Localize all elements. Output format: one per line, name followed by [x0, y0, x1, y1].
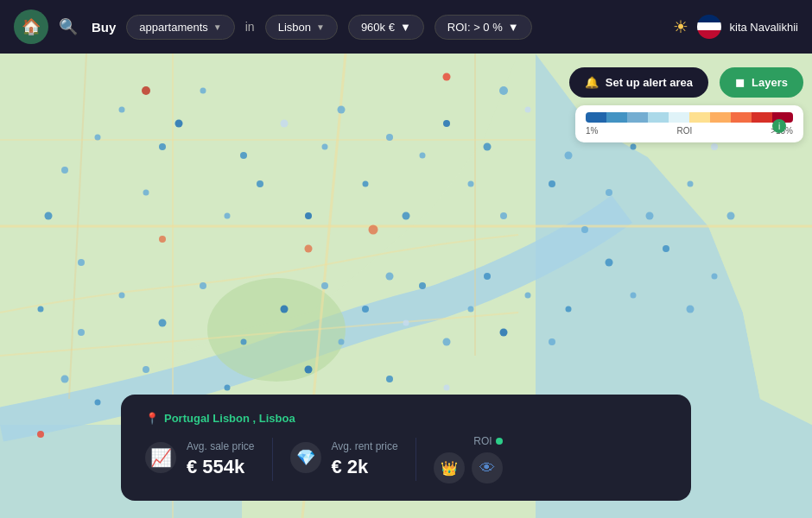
- property-dot[interactable]: [61, 375, 69, 382]
- property-dot[interactable]: [419, 282, 426, 289]
- property-dot[interactable]: [257, 180, 263, 187]
- logo: 🏠: [14, 9, 48, 44]
- layers-icon: ◼: [735, 76, 745, 89]
- legend-mid-label: ROI: [676, 126, 692, 136]
- legend-low-label: 1%: [586, 126, 598, 136]
- eye-icon-button[interactable]: 👁: [472, 452, 503, 483]
- property-dot[interactable]: [646, 212, 654, 220]
- property-dot[interactable]: [362, 306, 369, 313]
- chevron-down-icon: ▼: [400, 21, 411, 34]
- property-dot[interactable]: [337, 105, 345, 113]
- property-dot[interactable]: [549, 338, 555, 345]
- property-dot[interactable]: [45, 212, 53, 220]
- property-dot[interactable]: [142, 86, 150, 95]
- property-dot[interactable]: [281, 119, 289, 127]
- property-dot[interactable]: [369, 225, 378, 235]
- property-dot[interactable]: [499, 86, 508, 95]
- alert-area-button[interactable]: 🔔 Set up alert area: [569, 67, 708, 98]
- property-dot[interactable]: [484, 273, 491, 280]
- property-dot[interactable]: [711, 143, 718, 150]
- in-label: in: [245, 20, 255, 34]
- property-dot[interactable]: [94, 399, 100, 405]
- property-dot[interactable]: [631, 143, 637, 149]
- property-dot[interactable]: [386, 134, 393, 141]
- location-dropdown[interactable]: Lisbon ▼: [265, 15, 338, 40]
- property-dot[interactable]: [565, 152, 573, 160]
- property-dot[interactable]: [61, 167, 68, 174]
- property-dot[interactable]: [443, 338, 451, 345]
- property-dot[interactable]: [688, 180, 694, 186]
- divider: [272, 438, 273, 481]
- property-type-dropdown[interactable]: appartaments ▼: [126, 15, 234, 40]
- property-dot[interactable]: [225, 213, 231, 219]
- property-dot[interactable]: [712, 274, 718, 280]
- property-dot[interactable]: [444, 385, 450, 391]
- property-dot[interactable]: [581, 226, 588, 233]
- property-dot[interactable]: [443, 120, 450, 127]
- property-dot[interactable]: [305, 365, 313, 373]
- property-dot[interactable]: [468, 306, 474, 312]
- property-dot[interactable]: [549, 180, 555, 187]
- property-dot[interactable]: [38, 306, 44, 312]
- property-dot[interactable]: [174, 119, 182, 127]
- user-name[interactable]: kita Navalikhii: [730, 21, 798, 34]
- property-dot[interactable]: [159, 319, 167, 327]
- info-icon[interactable]: i: [772, 119, 786, 133]
- property-dot[interactable]: [566, 306, 572, 312]
- property-dot[interactable]: [727, 212, 735, 220]
- property-dot[interactable]: [159, 143, 166, 150]
- property-dot[interactable]: [468, 180, 474, 186]
- property-dot[interactable]: [200, 282, 206, 289]
- roi-dropdown[interactable]: ROI: > 0 % ▼: [435, 15, 532, 40]
- chevron-down-icon: ▼: [213, 22, 222, 32]
- property-dot[interactable]: [403, 212, 410, 220]
- alert-btn-label: Set up alert area: [606, 76, 693, 89]
- property-dot[interactable]: [200, 88, 206, 94]
- property-dot[interactable]: [419, 153, 425, 159]
- property-dot[interactable]: [386, 376, 393, 382]
- price-dropdown[interactable]: 960k € ▼: [348, 15, 424, 40]
- property-dot[interactable]: [484, 142, 492, 150]
- property-dot[interactable]: [78, 259, 85, 266]
- property-dot[interactable]: [443, 73, 451, 80]
- property-dot[interactable]: [94, 134, 100, 140]
- property-dot[interactable]: [240, 152, 247, 159]
- property-dot[interactable]: [322, 143, 328, 149]
- property-dot[interactable]: [305, 244, 313, 252]
- property-dot[interactable]: [663, 245, 669, 252]
- property-dot[interactable]: [338, 338, 344, 344]
- property-dot[interactable]: [500, 212, 507, 219]
- roi-legend: i 1% ROI >15%: [575, 105, 803, 142]
- property-dot[interactable]: [159, 236, 166, 243]
- property-dot[interactable]: [37, 431, 44, 438]
- layers-button[interactable]: ◼ Layers: [720, 67, 803, 98]
- sun-icon[interactable]: ☀: [673, 16, 688, 37]
- property-dot[interactable]: [143, 190, 149, 196]
- property-dot[interactable]: [363, 180, 369, 186]
- search-icon[interactable]: 🔍: [59, 17, 78, 36]
- property-dot[interactable]: [281, 305, 289, 313]
- language-flag[interactable]: [697, 15, 721, 39]
- property-dot[interactable]: [321, 282, 328, 289]
- property-dot[interactable]: [606, 189, 612, 196]
- property-dot[interactable]: [305, 212, 312, 219]
- property-dot[interactable]: [386, 273, 394, 281]
- property-dot[interactable]: [143, 366, 149, 373]
- svg-point-4: [207, 278, 346, 382]
- property-dot[interactable]: [119, 292, 125, 298]
- property-dot[interactable]: [525, 106, 531, 112]
- property-dot[interactable]: [687, 305, 695, 313]
- property-dot[interactable]: [241, 338, 247, 344]
- property-dot[interactable]: [606, 259, 613, 267]
- property-dot[interactable]: [403, 320, 409, 326]
- property-dot[interactable]: [78, 329, 85, 336]
- property-dot[interactable]: [119, 106, 125, 112]
- property-dot[interactable]: [525, 292, 531, 298]
- crown-icon: 👑: [434, 452, 465, 483]
- roi-value: ROI: > 0 %: [447, 21, 503, 34]
- property-dot[interactable]: [499, 328, 507, 336]
- property-type-value: appartaments: [139, 21, 208, 34]
- map-container[interactable]: 🔔 Set up alert area ◼ Layers i 1%: [0, 54, 812, 518]
- property-dot[interactable]: [631, 292, 637, 298]
- property-dot[interactable]: [225, 385, 231, 391]
